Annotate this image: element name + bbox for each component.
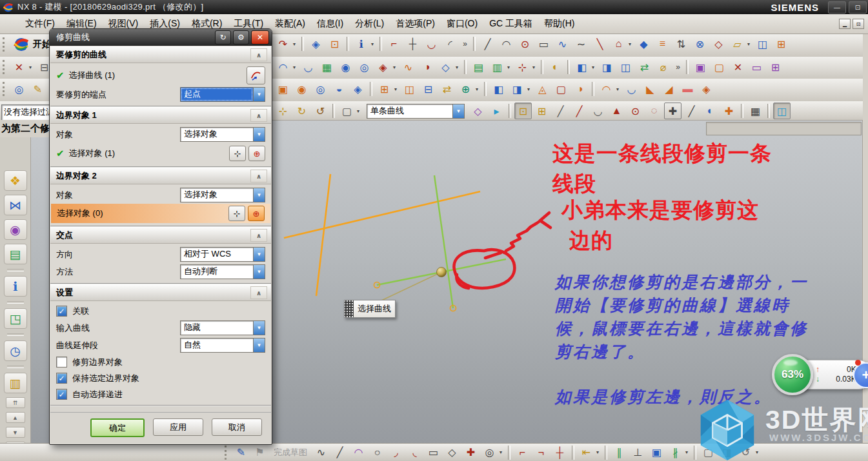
datum-plane-icon[interactable]: ▱ — [729, 35, 746, 52]
quick-extend-icon[interactable]: ¬ — [532, 445, 550, 460]
dropdown-arrow-icon[interactable]: ▾ — [614, 81, 621, 97]
close-part-icon[interactable]: ✕ — [10, 59, 28, 75]
line-icon[interactable]: ╱ — [331, 445, 348, 460]
menu-information[interactable]: 信息(I) — [311, 15, 349, 32]
quick-trim-icon[interactable]: ⌐ — [514, 445, 531, 460]
reuse-library-icon[interactable]: ▤ — [4, 244, 27, 264]
synchronous-pull-icon[interactable]: ◨ — [598, 59, 616, 75]
window-minimize-button[interactable]: — — [828, 1, 846, 14]
boundary2-active-selection-row[interactable]: 选择对象 (0) ⊹ ⊕ — [51, 204, 270, 223]
snap-face-icon[interactable]: ◐ — [701, 103, 719, 119]
hd3d-tools-icon[interactable]: ℹ — [4, 276, 27, 297]
snap-point-constructor-icon[interactable]: ✚ — [720, 103, 738, 119]
boundary2-object-dropdown[interactable]: 选择对象 ▼ — [180, 188, 265, 202]
trim-boundary-checkbox[interactable]: ✓ — [56, 357, 67, 368]
move-object-icon[interactable]: ⇄ — [438, 81, 456, 97]
show-constraints-icon[interactable]: ∦ — [667, 445, 684, 460]
role-palette-icon[interactable]: ◐ — [547, 59, 564, 75]
studio-spline-icon[interactable]: ∿ — [554, 35, 571, 52]
part-navigator-icon[interactable]: ◉ — [4, 219, 27, 240]
memory-usage-gauge[interactable]: 63% — [772, 354, 813, 395]
rotate-view-icon[interactable]: ↻ — [293, 103, 310, 119]
document-restore-button[interactable]: ⊡ — [853, 19, 864, 29]
snap-point-toggle-icon[interactable]: ⊡ — [514, 103, 532, 119]
section-header-curve-to-trim[interactable]: 要修剪的曲线 ∧ — [50, 46, 271, 63]
resize-face-icon[interactable]: ▭ — [748, 59, 765, 75]
start-menu-button[interactable]: 开始 — [10, 35, 55, 54]
curve-select-button[interactable] — [247, 66, 265, 84]
boolean-icon[interactable]: ⊕ — [457, 81, 474, 97]
dropdown-arrow-icon[interactable]: ▾ — [453, 59, 461, 75]
snap-point-on-line-icon[interactable]: ╱ — [570, 103, 588, 119]
make-corner-icon[interactable]: ┼ — [551, 445, 569, 460]
constraint-navigator-icon[interactable]: ⋈ — [4, 195, 27, 215]
design-tool-icon[interactable]: ✎ — [29, 81, 46, 97]
collapse-caret-icon[interactable]: ∧ — [250, 48, 267, 61]
pan-view-icon[interactable]: ↺ — [312, 103, 329, 119]
tooltip-drag-handle-icon[interactable] — [345, 300, 354, 317]
direction-dropdown[interactable]: 相对于 WCS ▼ — [180, 247, 265, 262]
dropdown-arrow-icon[interactable]: ▾ — [390, 59, 398, 75]
toolbar-grip[interactable] — [3, 37, 6, 52]
draft-icon[interactable]: ◢ — [660, 81, 678, 97]
scroll-top-icon[interactable]: ⇈ — [6, 397, 25, 408]
n-sided-surface-icon[interactable]: ◉ — [337, 59, 354, 75]
polygon-icon[interactable]: ◇ — [443, 445, 461, 460]
dialog-reset-button[interactable]: ↻ — [215, 30, 231, 44]
collapse-caret-icon[interactable]: ∧ — [250, 109, 267, 122]
dropdown-arrow-icon[interactable]: ▾ — [525, 81, 532, 97]
snap-endpoint-icon[interactable]: ╱ — [552, 103, 569, 119]
revolve-icon[interactable]: ◉ — [293, 81, 310, 97]
dialog-options-button[interactable]: ⚙ — [233, 30, 249, 44]
rectangle-icon[interactable]: ▭ — [535, 35, 552, 52]
divide-curve-icon[interactable]: ┼ — [404, 35, 421, 52]
collapse-caret-icon[interactable]: ∧ — [250, 286, 267, 299]
auto-advance-checkbox[interactable]: ✓ — [56, 389, 67, 400]
ruled-surface-icon[interactable]: ◡ — [299, 59, 317, 75]
bounded-plane-icon[interactable]: ◎ — [356, 59, 373, 75]
point-dialog-button[interactable]: ⊹ — [228, 206, 245, 221]
section-header-boundary-2[interactable]: 边界对象 2 ∧ — [50, 168, 271, 184]
input-curve-dropdown[interactable]: 隐藏 ▼ — [180, 320, 265, 335]
cycle-orientation-icon[interactable]: ↺ — [737, 445, 754, 460]
delete-face-icon[interactable]: ✕ — [729, 59, 747, 75]
subtract-icon[interactable]: ◨ — [509, 81, 526, 97]
chamfer-icon[interactable]: ◣ — [641, 81, 659, 97]
collapse-caret-icon[interactable]: ∧ — [250, 229, 267, 242]
circle-icon[interactable]: ⊙ — [516, 35, 534, 52]
dropdown-arrow-icon[interactable]: ▼ — [253, 248, 265, 261]
internet-explorer-icon[interactable]: ◳ — [4, 308, 27, 329]
shell-icon[interactable]: ▢ — [552, 81, 570, 97]
extension-dropdown[interactable]: 自然 ▼ — [180, 338, 265, 353]
rapid-dimension-icon[interactable]: ⇤ — [578, 445, 595, 460]
history-icon[interactable]: ◷ — [4, 340, 27, 361]
cancel-button[interactable]: 取消 — [212, 418, 262, 436]
snap-point-on-curve-icon[interactable]: ╱ — [683, 103, 700, 119]
swoop-surface-icon[interactable]: ∿ — [399, 59, 417, 75]
toolbar-grip[interactable] — [3, 60, 6, 74]
snap-point-settings-icon[interactable]: ⊹ — [274, 103, 292, 119]
dropdown-arrow-icon[interactable]: ▾ — [594, 445, 601, 460]
dropdown-arrow-icon[interactable]: ▾ — [497, 445, 505, 460]
web-browser-icon[interactable]: ◎ — [10, 81, 28, 97]
emboss-icon[interactable]: ◑ — [571, 81, 589, 97]
sphere-feature-icon[interactable]: ◈ — [698, 81, 715, 97]
parallel-constraint-icon[interactable]: ∥ — [611, 445, 628, 460]
point-constructor-button-active[interactable]: ⊕ — [248, 206, 265, 221]
dropdown-arrow-icon[interactable]: ▾ — [392, 81, 399, 97]
pull-face-icon[interactable]: ▢ — [711, 59, 728, 75]
arc-icon[interactable]: ◠ — [350, 445, 367, 460]
fillet-icon[interactable]: ◞ — [387, 445, 405, 460]
drag-handle-ball[interactable] — [437, 268, 447, 277]
menu-assemblies[interactable]: 装配(A) — [269, 15, 311, 32]
dropdown-arrow-icon[interactable]: ▾ — [753, 445, 761, 460]
section-header-boundary-1[interactable]: 边界对象 1 ∧ — [50, 107, 271, 124]
trim-curve-tool-icon[interactable]: ⌐ — [385, 35, 403, 52]
dropdown-arrow-icon[interactable]: ▾ — [589, 59, 597, 75]
dropdown-arrow-icon[interactable]: ▾ — [745, 35, 752, 52]
pattern-geometry-icon[interactable]: ⊞ — [772, 35, 790, 52]
marquee-select-icon[interactable]: ▢ — [338, 103, 356, 119]
grid-icon[interactable]: ▦ — [747, 103, 764, 119]
window-restore-button[interactable]: ⊡ — [849, 1, 867, 14]
sweep-surface-icon[interactable]: ◆ — [635, 35, 652, 52]
